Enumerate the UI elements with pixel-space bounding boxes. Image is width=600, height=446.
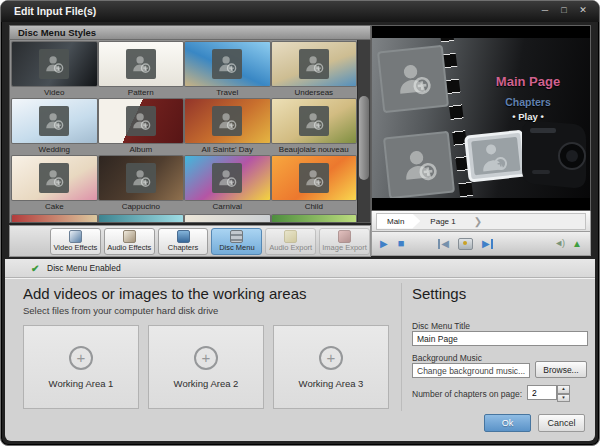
style-thumbnail-image[interactable] bbox=[272, 99, 357, 143]
style-thumbnail-image[interactable] bbox=[272, 156, 357, 200]
add-file-icon bbox=[194, 346, 218, 370]
add-person-icon bbox=[130, 110, 152, 132]
chapters-per-page-input[interactable] bbox=[527, 385, 557, 400]
style-thumbnail-image[interactable] bbox=[185, 215, 270, 223]
style-thumbnail-image[interactable] bbox=[185, 42, 270, 86]
chapters-per-page-spinner: ▲ ▼ bbox=[527, 385, 570, 402]
preview-placeholder-2 bbox=[383, 131, 455, 200]
disc-menu-styles-panel: Disc Menu Styles Video bbox=[9, 25, 371, 257]
disc-menu-title-input[interactable] bbox=[412, 331, 588, 346]
volume-up-icon[interactable] bbox=[572, 239, 582, 249]
style-thumbnail[interactable]: Album bbox=[99, 99, 184, 156]
settings-heading: Settings bbox=[412, 285, 587, 302]
style-thumbnail[interactable]: All Saints' Day bbox=[185, 99, 270, 156]
style-thumbnail[interactable]: Cappucino bbox=[99, 156, 184, 213]
toolbar-button-label: Image Export bbox=[322, 244, 367, 252]
style-thumbnail[interactable]: Cake bbox=[12, 156, 97, 213]
preview-menu-title[interactable]: Main Page bbox=[478, 74, 578, 89]
style-thumbnail[interactable] bbox=[99, 215, 184, 223]
cancel-button[interactable]: Cancel bbox=[538, 414, 585, 432]
maximize-icon[interactable]: □ bbox=[558, 4, 570, 16]
placeholder-frame bbox=[212, 222, 242, 223]
speaker-icon[interactable] bbox=[554, 239, 564, 248]
disc-menu-enabled-row[interactable]: Disc Menu Enabled bbox=[5, 259, 595, 278]
style-thumbnail[interactable]: Carnival bbox=[185, 156, 270, 213]
style-thumbnail-image[interactable] bbox=[272, 215, 357, 223]
working-area-dropzone[interactable]: Working Area 2 bbox=[148, 325, 264, 409]
disc-menu-enabled-check-icon[interactable] bbox=[31, 263, 42, 274]
snapshot-icon[interactable] bbox=[458, 238, 473, 250]
spinner-down-icon[interactable]: ▼ bbox=[557, 394, 570, 403]
style-thumbnail[interactable]: Travel bbox=[185, 42, 270, 99]
style-thumbnail[interactable]: Beaujolais nouveau bbox=[272, 99, 357, 156]
working-area-dropzone[interactable]: Working Area 1 bbox=[23, 325, 139, 409]
minimize-icon[interactable]: ─ bbox=[539, 4, 551, 16]
style-thumbnail[interactable] bbox=[272, 215, 357, 223]
placeholder-frame bbox=[126, 222, 156, 223]
placeholder-frame bbox=[299, 106, 329, 136]
placeholder-frame bbox=[212, 106, 242, 136]
placeholder-frame bbox=[39, 222, 69, 223]
browse-button[interactable]: Browse... bbox=[535, 361, 587, 378]
background-music-input[interactable] bbox=[412, 363, 530, 378]
close-icon[interactable]: ✕ bbox=[577, 4, 589, 16]
style-thumbnail[interactable]: Child bbox=[272, 156, 357, 213]
style-thumbnail[interactable] bbox=[12, 215, 97, 223]
style-thumbnail-image[interactable] bbox=[12, 156, 97, 200]
style-thumbnail[interactable]: Video bbox=[12, 42, 97, 99]
audio-export-button[interactable]: Audio Export bbox=[265, 228, 316, 255]
title-bar: Edit Input File(s) ─ □ ✕ bbox=[1, 1, 599, 22]
preview-panel: Main Page Chapters • Play • bbox=[371, 25, 591, 257]
working-area-dropzone[interactable]: Working Area 3 bbox=[273, 325, 389, 409]
add-file-icon bbox=[69, 346, 93, 370]
style-thumbnail[interactable] bbox=[185, 215, 270, 223]
section-heading: Add videos or images to the working area… bbox=[23, 285, 395, 302]
preview-tab-main[interactable]: Main bbox=[377, 214, 420, 229]
ok-button[interactable]: Ok bbox=[484, 414, 531, 432]
audio-effects-button[interactable]: Audio Effects bbox=[104, 228, 155, 255]
image-export-button[interactable]: Image Export bbox=[319, 228, 370, 255]
chapter-nav-group bbox=[438, 238, 492, 250]
styles-scrollbar[interactable] bbox=[357, 40, 370, 222]
spinner-up-icon[interactable]: ▲ bbox=[557, 385, 570, 394]
styles-grid-partial-row bbox=[10, 213, 370, 223]
playback-controls bbox=[371, 232, 591, 256]
placeholder-frame bbox=[126, 163, 156, 193]
style-thumbnail-label: Beaujolais nouveau bbox=[272, 143, 357, 156]
style-thumbnail-image[interactable] bbox=[99, 215, 184, 223]
styles-scrollbar-thumb[interactable] bbox=[359, 96, 369, 180]
next-chapter-icon[interactable] bbox=[482, 239, 493, 249]
chapters-button[interactable]: Chapters bbox=[158, 228, 209, 255]
style-thumbnail-image[interactable] bbox=[12, 99, 97, 143]
style-thumbnail-image[interactable] bbox=[99, 42, 184, 86]
style-thumbnail-image[interactable] bbox=[185, 156, 270, 200]
preview-tab-page-1[interactable]: Page 1 bbox=[420, 214, 471, 229]
style-thumbnail[interactable]: Wedding bbox=[12, 99, 97, 156]
preview-play-link[interactable]: • Play • bbox=[478, 111, 578, 122]
add-person-icon bbox=[303, 167, 325, 189]
style-thumbnail[interactable]: Underseas bbox=[272, 42, 357, 99]
previous-chapter-icon[interactable] bbox=[438, 239, 449, 249]
style-thumbnail[interactable]: Pattern bbox=[99, 42, 184, 99]
toolbar-button-label: Disc Menu bbox=[219, 244, 254, 252]
style-thumbnail-image[interactable] bbox=[99, 156, 184, 200]
camcorder-image bbox=[462, 118, 590, 200]
style-thumbnail-image[interactable] bbox=[99, 99, 184, 143]
disc-menu-button[interactable]: Disc Menu bbox=[211, 228, 262, 255]
style-thumbnail-image[interactable] bbox=[185, 99, 270, 143]
stop-icon[interactable] bbox=[398, 238, 405, 249]
window-title: Edit Input File(s) bbox=[14, 5, 96, 17]
style-thumbnail-image[interactable] bbox=[12, 42, 97, 86]
style-thumbnail-image[interactable] bbox=[272, 42, 357, 86]
add-file-icon bbox=[319, 346, 343, 370]
disc-menu-enabled-label: Disc Menu Enabled bbox=[47, 263, 121, 273]
style-thumbnail-image[interactable] bbox=[12, 215, 97, 223]
working-areas-section: Add videos or images to the working area… bbox=[23, 285, 395, 409]
style-thumbnail-label: Video bbox=[12, 86, 97, 99]
video-effects-button[interactable]: Video Effects bbox=[50, 228, 101, 255]
disc-menu-preview[interactable]: Main Page Chapters • Play • bbox=[371, 25, 591, 211]
edit-input-files-dialog: Edit Input File(s) ─ □ ✕ Disc Menu Style… bbox=[0, 0, 600, 446]
play-icon[interactable] bbox=[380, 239, 388, 249]
preview-chapters-link[interactable]: Chapters bbox=[478, 96, 578, 108]
style-thumbnail-label: Underseas bbox=[272, 86, 357, 99]
